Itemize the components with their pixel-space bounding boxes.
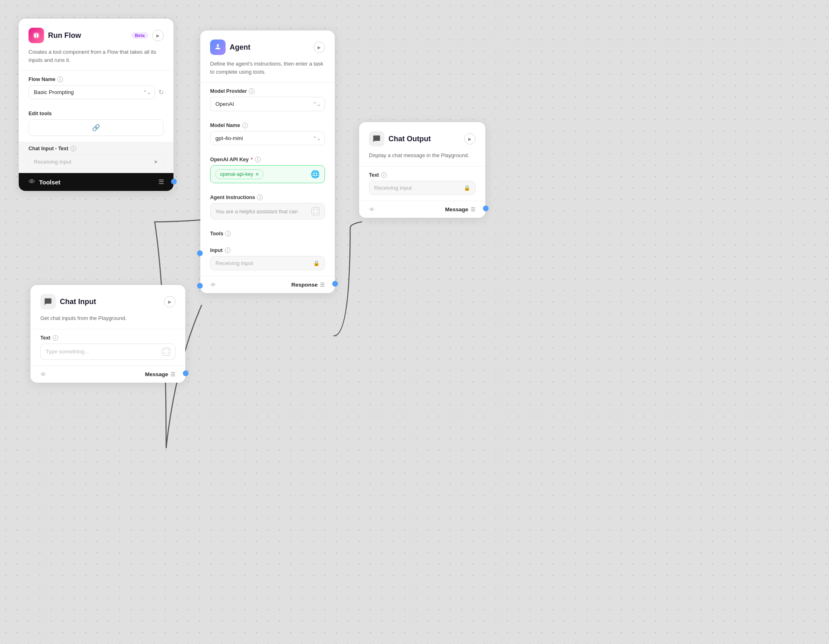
lock-icon-input: 🔒 [313, 260, 320, 266]
expand-icon-input[interactable]: ⛶ [162, 348, 170, 356]
input-placeholder: Receiving input [215, 260, 253, 266]
tools-label: Tools i [210, 231, 325, 237]
run-flow-title: Run Flow [48, 31, 127, 40]
api-key-chip: openai-api-key ✕ [215, 169, 263, 179]
chat-output-desc: Display a chat message in the Playground… [359, 151, 485, 166]
message-label-input: Message [145, 371, 168, 377]
response-menu: ☰ [320, 282, 325, 288]
svg-rect-3 [217, 44, 219, 45]
chat-output-text-label: Text i [369, 172, 476, 178]
api-key-inner: openai-api-key ✕ 🌐 [215, 169, 320, 179]
flow-name-info: i [57, 77, 63, 82]
model-provider-info: i [249, 88, 254, 94]
message-label-output: Message [445, 206, 468, 212]
api-key-section: OpenAI API Key * i openai-api-key ✕ 🌐 [200, 151, 335, 189]
model-provider-select[interactable]: OpenAI [210, 97, 325, 111]
api-key-required: * [251, 157, 253, 162]
flow-name-select-wrapper: Basic Prompting ⌃⌄ [29, 85, 155, 99]
message-menu-input: ☰ [171, 371, 175, 377]
toolset-label: Toolset [39, 179, 154, 186]
refresh-icon[interactable]: ↻ [158, 88, 164, 96]
message-row-output: Message ☰ [445, 206, 476, 212]
input-dot [197, 283, 203, 289]
api-key-value: openai-api-key [220, 171, 253, 177]
model-name-select-wrapper: gpt-4o-mini ⌃⌄ [210, 131, 325, 145]
input-label: Input i [210, 248, 325, 253]
model-name-info: i [242, 123, 248, 128]
agent-title: Agent [230, 43, 309, 52]
svg-rect-1 [37, 33, 38, 37]
chat-output-text-placeholder: Receiving input [374, 185, 412, 191]
edit-tools-button[interactable]: 🔗 [29, 119, 164, 136]
agent-instructions-placeholder: You are a helpful assistant that can [215, 208, 298, 215]
chat-input-card: Chat Input ▶ Get chat inputs from the Pl… [31, 285, 185, 383]
chat-input-text-info: i [53, 335, 58, 341]
run-flow-icon [29, 28, 44, 43]
response-label: Response [291, 282, 318, 288]
chat-input-icon [40, 294, 56, 309]
toolset-menu-icon: ☰ [158, 178, 164, 186]
message-menu-output: ☰ [471, 206, 476, 212]
model-provider-section: Model Provider i OpenAI ⌃⌄ [200, 83, 335, 117]
chat-output-play-btn[interactable]: ▶ [464, 133, 476, 145]
run-flow-card: Run Flow Beta ▶ Creates a tool component… [19, 19, 173, 191]
run-flow-play-btn[interactable]: ▶ [152, 30, 164, 41]
tools-section: Tools i [200, 225, 335, 242]
chat-output-icon [369, 131, 384, 147]
chat-input-header: Chat Input ▶ [31, 285, 185, 314]
model-provider-label: Model Provider i [210, 88, 325, 94]
beta-badge: Beta [131, 32, 148, 39]
agent-desc: Define the agent's instructions, then en… [200, 60, 335, 82]
edit-tools-label: Edit tools [29, 111, 164, 116]
chat-input-footer: 👁 Message ☰ [31, 366, 185, 383]
input-section: Input i Receiving input 🔒 [200, 242, 335, 276]
chat-output-text-field: Receiving input 🔒 [369, 181, 476, 195]
chat-input-placeholder: Type something... [46, 348, 89, 355]
api-key-remove[interactable]: ✕ [255, 172, 259, 177]
response-dot [332, 281, 338, 287]
agent-play-btn[interactable]: ▶ [314, 42, 325, 53]
tools-dot [197, 250, 203, 256]
agent-card: Agent ▶ Define the agent's instructions,… [200, 31, 335, 293]
tools-info: i [225, 231, 231, 237]
send-icon: ➤ [154, 158, 158, 165]
api-key-field: openai-api-key ✕ 🌐 [210, 165, 325, 183]
agent-icon [210, 39, 226, 55]
agent-instructions-field[interactable]: You are a helpful assistant that can ⛶ [210, 203, 325, 219]
globe-icon: 🌐 [311, 170, 320, 179]
chat-input-text-label: Chat Input - Text i [29, 146, 164, 151]
agent-header: Agent ▶ [200, 31, 335, 60]
lock-icon-output: 🔒 [464, 185, 470, 191]
model-name-select[interactable]: gpt-4o-mini [210, 131, 325, 145]
message-dot-input [183, 370, 189, 376]
chat-input-text-info: i [70, 146, 76, 151]
flow-name-row: Basic Prompting ⌃⌄ ↻ [29, 85, 164, 99]
svg-rect-0 [34, 33, 36, 37]
chat-input-text-field[interactable]: Type something... ⛶ [40, 344, 175, 360]
chat-input-play-btn[interactable]: ▶ [164, 296, 175, 307]
agent-instructions-section: Agent Instructions i You are a helpful a… [200, 189, 335, 225]
chat-input-text-section: Chat Input - Text i Receiving input ➤ [19, 142, 173, 173]
eye-icon-toolset: 👁 [29, 178, 35, 186]
expand-icon[interactable]: ⛶ [311, 207, 320, 215]
api-key-info: i [255, 157, 261, 162]
run-flow-header: Run Flow Beta ▶ [19, 19, 173, 48]
eye-icon-agent: 👁 [210, 281, 216, 288]
input-info: i [225, 248, 230, 253]
toolset-bar: 👁 Toolset ☰ [19, 173, 173, 191]
chat-output-title: Chat Output [388, 135, 460, 143]
chat-input-text-field: Receiving input ➤ [29, 154, 164, 169]
api-key-label: OpenAI API Key * i [210, 157, 325, 162]
edit-tools-section: Edit tools 🔗 [19, 105, 173, 142]
model-name-section: Model Name i gpt-4o-mini ⌃⌄ [200, 117, 335, 151]
input-field: Receiving input 🔒 [210, 256, 325, 270]
agent-instructions-label: Agent Instructions i [210, 195, 325, 200]
response-row: Response ☰ [291, 282, 325, 288]
canvas: Run Flow Beta ▶ Creates a tool component… [0, 0, 829, 644]
flow-name-select[interactable]: Basic Prompting [29, 85, 155, 99]
chat-input-text-label: Text i [40, 335, 175, 341]
agent-footer: 👁 Response ☰ [200, 276, 335, 293]
model-name-label: Model Name i [210, 123, 325, 128]
toolset-dot [171, 179, 177, 184]
message-row-input: Message ☰ [145, 371, 175, 377]
